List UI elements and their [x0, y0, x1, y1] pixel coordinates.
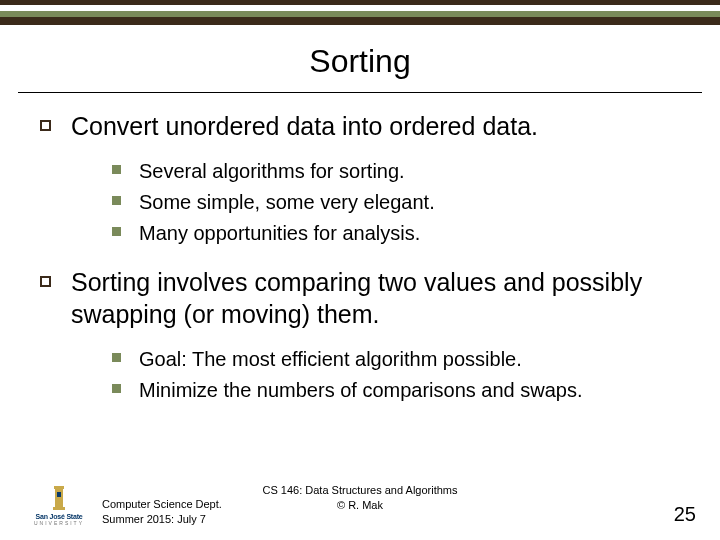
footer-center: CS 146: Data Structures and Algorithms ©… — [262, 483, 457, 512]
slide: Sorting Convert unordered data into orde… — [0, 0, 720, 540]
footer-course: CS 146: Data Structures and Algorithms — [262, 483, 457, 497]
bullet-lvl2: Some simple, some very elegant. — [112, 189, 680, 216]
logo-name: San José State — [36, 513, 83, 520]
square-solid-icon — [112, 165, 121, 174]
top-decor — [0, 0, 720, 25]
footer-author: © R. Mak — [262, 498, 457, 512]
bullet-lvl2: Many opportunities for analysis. — [112, 220, 680, 247]
square-hollow-icon — [40, 120, 51, 131]
title-area: Sorting — [0, 25, 720, 88]
slide-title: Sorting — [0, 43, 720, 80]
bullet-lvl1: Convert unordered data into ordered data… — [40, 111, 680, 247]
square-solid-icon — [112, 353, 121, 362]
svg-rect-3 — [57, 492, 61, 497]
bullet-text: Convert unordered data into ordered data… — [71, 111, 538, 142]
svg-rect-2 — [53, 507, 65, 510]
bullet-text: Goal: The most efficient algorithm possi… — [139, 346, 522, 373]
svg-rect-0 — [55, 488, 63, 508]
footer-dept: Computer Science Dept. — [102, 497, 222, 511]
footer-left: Computer Science Dept. Summer 2015: July… — [102, 497, 222, 526]
bullet-text: Minimize the numbers of comparisons and … — [139, 377, 583, 404]
svg-rect-1 — [54, 486, 64, 489]
bullet-lvl2: Several algorithms for sorting. — [112, 158, 680, 185]
footer-date: Summer 2015: July 7 — [102, 512, 222, 526]
bullet-text: Some simple, some very elegant. — [139, 189, 435, 216]
logo-sub: UNIVERSITY — [34, 521, 84, 526]
decor-bar — [0, 17, 720, 25]
bullet-row: Convert unordered data into ordered data… — [40, 111, 680, 142]
bullet-text: Many opportunities for analysis. — [139, 220, 420, 247]
bullet-row: Sorting involves comparing two values an… — [40, 267, 680, 330]
sub-list: Several algorithms for sorting. Some sim… — [112, 158, 680, 247]
bullet-text: Several algorithms for sorting. — [139, 158, 405, 185]
page-number: 25 — [674, 503, 696, 526]
square-hollow-icon — [40, 276, 51, 287]
bullet-lvl2: Minimize the numbers of comparisons and … — [112, 377, 680, 404]
content-area: Convert unordered data into ordered data… — [0, 93, 720, 404]
square-solid-icon — [112, 196, 121, 205]
footer: San José State UNIVERSITY Computer Scien… — [0, 485, 720, 526]
tower-icon — [48, 485, 70, 511]
sub-list: Goal: The most efficient algorithm possi… — [112, 346, 680, 404]
square-solid-icon — [112, 384, 121, 393]
bullet-text: Sorting involves comparing two values an… — [71, 267, 680, 330]
square-solid-icon — [112, 227, 121, 236]
university-logo: San José State UNIVERSITY — [34, 485, 84, 526]
bullet-lvl1: Sorting involves comparing two values an… — [40, 267, 680, 404]
bullet-lvl2: Goal: The most efficient algorithm possi… — [112, 346, 680, 373]
